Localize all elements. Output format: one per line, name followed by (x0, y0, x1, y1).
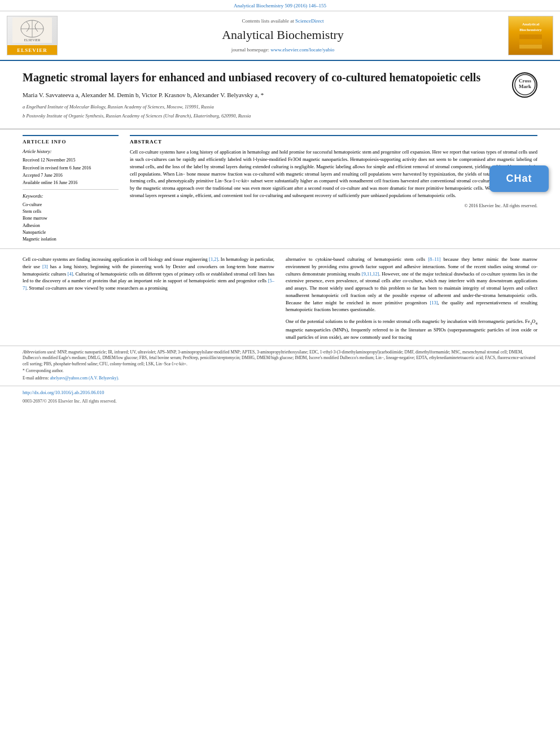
homepage-link[interactable]: www.elsevier.com/locate/yabio (270, 47, 334, 53)
article-title: Magnetic stromal layers for enhanced and… (23, 70, 537, 85)
article-header: Cross Mark Magnetic stromal layers for e… (0, 61, 560, 129)
right-para-1: alternative to cytokine-based culturing … (286, 256, 537, 313)
ref-1-2[interactable]: [1,2] (209, 256, 218, 262)
corresponding-author: * Corresponding author. (23, 368, 537, 374)
article-info-title: Article Info (23, 138, 119, 146)
journal-center: Contents lists available at ScienceDirec… (63, 18, 502, 54)
ref-4[interactable]: [4] (68, 271, 73, 277)
svg-text:ELSEVIER: ELSEVIER (24, 38, 40, 42)
ref-8-11[interactable]: [8–11] (428, 256, 440, 262)
keyword-4: Adhesion (23, 222, 119, 229)
keyword-3: Bone marrow (23, 215, 119, 221)
keyword-6: Magnetic isolation (23, 236, 119, 242)
chat-button[interactable]: CHat (489, 165, 549, 192)
chat-button-label: CHat (506, 172, 532, 186)
copyright-line: © 2016 Elsevier Inc. All rights reserved… (130, 203, 537, 209)
content-left-column: Cell co-culture systems are finding incr… (23, 256, 274, 346)
article-info: Article Info Article history: Received 1… (23, 135, 119, 243)
doi-anchor[interactable]: http://dx.doi.org/10.1016/j.ab.2016.06.0… (23, 390, 104, 395)
keyword-5: Nanoparticle (23, 229, 119, 235)
journal-name: Analytical Biochemistry (63, 27, 502, 44)
svg-text:Cross: Cross (519, 78, 531, 84)
page-container: Analytical Biochemistry 509 (2016) 146–1… (0, 0, 560, 408)
doi-link: http://dx.doi.org/10.1016/j.ab.2016.06.0… (23, 390, 537, 396)
sciencedirect-link[interactable]: ScienceDirect (295, 18, 323, 24)
keywords-label: Keywords: (23, 193, 119, 200)
received-revised: Received in revised form 6 June 2016 (23, 165, 119, 171)
available-online: Available online 16 June 2016 (23, 180, 119, 186)
ref-9-11-12[interactable]: [9,11,12] (362, 271, 379, 277)
authors: Maria V. Savvateeva a, Alexander M. Demi… (23, 90, 537, 100)
keyword-1: Co-culture (23, 202, 119, 208)
accepted-date: Accepted 7 June 2016 (23, 172, 119, 178)
contents-line: Contents lists available at ScienceDirec… (63, 18, 502, 25)
elsevier-logo-left: ELSEVIER ELSEVIER (7, 16, 58, 55)
issn-line: 0003-2697/© 2016 Elsevier Inc. All right… (23, 398, 537, 404)
svg-text:Mark: Mark (519, 84, 531, 89)
affiliation-b: b Postovsky Institute of Organic Synthes… (23, 113, 537, 120)
top-bar: Analytical Biochemistry 509 (2016) 146–1… (0, 0, 560, 11)
abstract-title: Abstract (130, 138, 537, 146)
history-label: Article history: (23, 148, 119, 155)
email-link[interactable]: abelyavs@yahoo.com (A.V. Belyavsky). (50, 375, 119, 381)
svg-rect-6 (519, 40, 542, 44)
received-date: Received 12 November 2015 (23, 157, 119, 163)
footnote-area: Abbreviations used: MNP, magnetic nanopa… (0, 346, 560, 386)
ref-13[interactable]: [13] (430, 300, 438, 305)
abbreviations: Abbreviations used: MNP, magnetic nanopa… (23, 350, 537, 368)
divider (23, 189, 119, 190)
crossmark-badge: Cross Mark (512, 72, 537, 98)
right-logo-box: Analytical Biochemistry (508, 16, 553, 55)
left-para-1: Cell co-culture systems are finding incr… (23, 256, 274, 292)
main-content: Cell co-culture systems are finding incr… (0, 249, 560, 346)
bottom-bar: http://dx.doi.org/10.1016/j.ab.2016.06.0… (0, 386, 560, 408)
email-line: E-mail address: abelyavs@yahoo.com (A.V.… (23, 375, 537, 382)
journal-header: ELSEVIER ELSEVIER Contents lists availab… (0, 11, 560, 61)
journal-logo-right: Analytical Biochemistry (508, 16, 553, 55)
article-body: Article Info Article history: Received 1… (0, 129, 560, 249)
abstract-text: Cell co-culture systems have a long hist… (130, 148, 537, 199)
journal-homepage: journal homepage: www.elsevier.com/locat… (63, 46, 502, 54)
ref-3[interactable]: [3] (42, 264, 48, 269)
elsevier-label: ELSEVIER (7, 45, 57, 55)
affiliation-a: a Engelhard Institute of Molecular Biolo… (23, 104, 537, 111)
abstract-section: Abstract Cell co-culture systems have a … (130, 135, 537, 243)
journal-citation: Analytical Biochemistry 509 (2016) 146–1… (234, 3, 326, 8)
content-right-column: alternative to cytokine-based culturing … (286, 256, 537, 346)
elsevier-logo-image: ELSEVIER (7, 16, 57, 45)
ref-5-7[interactable]: [5–7] (23, 278, 274, 291)
svg-rect-7 (519, 45, 542, 49)
right-para-2: One of the potential solutions to the pr… (286, 318, 537, 341)
svg-rect-5 (519, 34, 542, 39)
keyword-2: Stem cells (23, 208, 119, 215)
